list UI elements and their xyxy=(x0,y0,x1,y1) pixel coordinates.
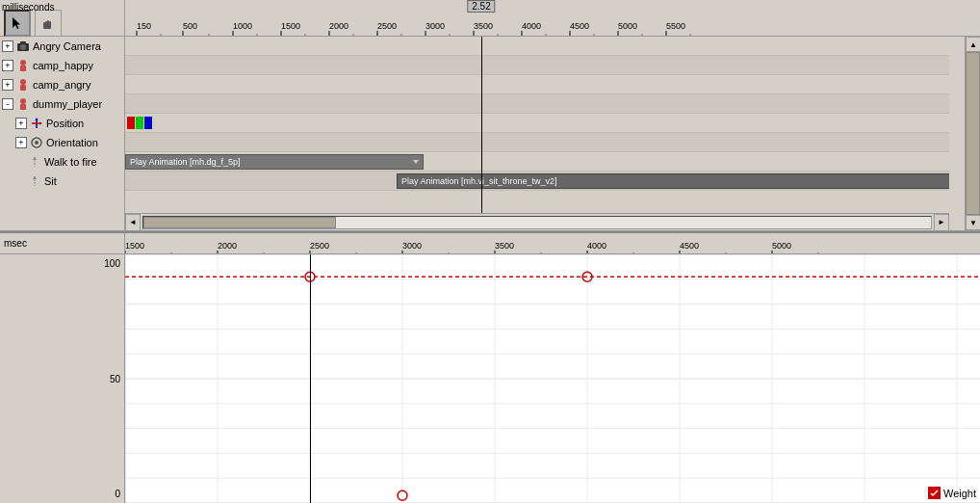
svg-text:3000: 3000 xyxy=(426,21,445,31)
svg-rect-12 xyxy=(20,85,26,91)
sit-animation-label: Play Animation [mh.vi_sit_throne_tw_v2] xyxy=(401,176,557,186)
svg-text:4500: 4500 xyxy=(570,21,589,31)
tree-item-dummy-player[interactable]: - dummy_player xyxy=(0,94,124,114)
walk-animation-label: Play Animation [mh.dg_f_5p] xyxy=(130,157,241,167)
curve-ruler[interactable]: 1500 2000 2500 3000 3500 4000 4500 5000 xyxy=(125,233,980,254)
svg-text:1500: 1500 xyxy=(125,241,144,251)
scrollbar-right-arrow[interactable]: ► xyxy=(934,214,949,231)
sit-label: Sit xyxy=(44,175,57,187)
svg-marker-61 xyxy=(413,160,419,164)
svg-marker-22 xyxy=(33,157,37,160)
svg-marker-17 xyxy=(36,118,39,120)
svg-point-7 xyxy=(20,44,26,50)
svg-text:4000: 4000 xyxy=(522,21,541,31)
svg-text:5000: 5000 xyxy=(772,241,791,251)
svg-rect-2 xyxy=(47,20,49,27)
orientation-label: Orientation xyxy=(46,137,98,148)
svg-point-20 xyxy=(35,141,39,145)
svg-text:2000: 2000 xyxy=(329,21,348,31)
v-scrollbar[interactable]: ▲ ▼ xyxy=(965,37,980,230)
y-label-100: 100 xyxy=(4,258,120,269)
tree-item-position[interactable]: + Position xyxy=(0,114,124,133)
svg-marker-24 xyxy=(33,176,37,179)
tree-item-angry-camera[interactable]: + Angry Camera xyxy=(0,37,124,56)
svg-rect-14 xyxy=(20,104,26,110)
scrollbar-left-arrow[interactable]: ◄ xyxy=(125,214,141,231)
milliseconds-label: milliseconds xyxy=(2,2,54,13)
expand-angry-camera[interactable]: + xyxy=(2,40,13,52)
orientation-icon xyxy=(29,135,44,150)
svg-rect-5 xyxy=(43,26,51,29)
svg-text:5000: 5000 xyxy=(618,21,637,31)
sit-icon xyxy=(27,173,42,189)
walk-to-fire-icon xyxy=(27,154,42,170)
animation-curve xyxy=(125,254,980,503)
scrollbar-thumb[interactable] xyxy=(143,217,336,228)
dummy-player-label: dummy_player xyxy=(33,98,102,110)
svg-text:4500: 4500 xyxy=(680,241,699,251)
curve-panel: 1500 2000 2500 3000 3500 4000 4500 5000 xyxy=(125,233,980,503)
time-indicator: 2.52 xyxy=(467,0,495,13)
tree-item-camp-happy[interactable]: + camp_happy xyxy=(0,56,124,75)
camp-happy-icon xyxy=(15,58,31,73)
svg-text:2500: 2500 xyxy=(377,21,397,31)
y-label-0: 0 xyxy=(4,489,120,499)
v-scrollbar-track[interactable] xyxy=(966,52,980,215)
angry-camera-label: Angry Camera xyxy=(33,40,101,52)
expand-dummy-player[interactable]: - xyxy=(2,98,13,110)
camp-happy-label: camp_happy xyxy=(33,60,93,71)
camera-icon xyxy=(15,39,31,54)
y-label-50: 50 xyxy=(4,374,120,384)
weight-label: Weight xyxy=(943,488,976,499)
position-label: Position xyxy=(46,118,84,129)
timeline-content: Play Animation [mh.dg_f_5p] Play Animati… xyxy=(125,37,965,230)
svg-rect-10 xyxy=(20,66,26,71)
weight-control[interactable]: Weight xyxy=(928,487,976,499)
tree-item-orientation[interactable]: + Orientation xyxy=(0,133,124,152)
svg-rect-8 xyxy=(20,41,26,44)
svg-text:1500: 1500 xyxy=(281,21,300,31)
svg-point-11 xyxy=(20,79,26,85)
h-scrollbar[interactable]: ◄ ► xyxy=(125,213,949,230)
dummy-player-icon xyxy=(15,96,31,112)
svg-marker-0 xyxy=(13,17,20,29)
svg-text:3500: 3500 xyxy=(474,21,493,31)
tree-item-walk-to-fire[interactable]: Walk to fire xyxy=(0,152,124,172)
expand-position[interactable]: + xyxy=(15,118,27,129)
svg-text:2500: 2500 xyxy=(310,241,329,251)
playhead xyxy=(481,37,482,213)
camp-angry-label: camp_angry xyxy=(33,79,91,91)
hand-tool[interactable] xyxy=(35,10,62,37)
walk-to-fire-label: Walk to fire xyxy=(44,156,97,168)
pointer-tool[interactable] xyxy=(4,10,31,37)
scrollbar-down-arrow[interactable]: ▼ xyxy=(966,215,980,230)
curve-playhead xyxy=(310,254,311,503)
expand-camp-happy[interactable]: + xyxy=(2,60,13,71)
v-scrollbar-thumb[interactable] xyxy=(966,52,980,215)
scrollbar-track[interactable] xyxy=(142,216,932,229)
expand-camp-angry[interactable]: + xyxy=(2,79,13,91)
msec-label: msec xyxy=(4,238,27,249)
svg-point-109 xyxy=(398,490,407,500)
expand-orientation[interactable]: + xyxy=(15,137,27,148)
svg-point-13 xyxy=(20,98,26,104)
curve-left-panel: msec 100 50 0 xyxy=(0,233,125,503)
svg-text:150: 150 xyxy=(137,21,151,31)
tree-item-sit[interactable]: Sit xyxy=(0,172,124,191)
weight-checkbox[interactable] xyxy=(928,487,941,499)
svg-text:1000: 1000 xyxy=(233,21,252,31)
curve-header: msec xyxy=(0,233,124,254)
timeline-ruler[interactable]: 2.52 150 500 1000 1500 2000 2500 3000 xyxy=(125,0,980,37)
scene-tree: + Angry Camera + camp_happy + xyxy=(0,37,124,230)
scrollbar-up-arrow[interactable]: ▲ xyxy=(966,37,980,52)
camp-angry-icon xyxy=(15,77,31,93)
svg-text:4000: 4000 xyxy=(587,241,606,251)
y-axis-labels: 100 50 0 xyxy=(0,254,124,503)
svg-point-9 xyxy=(20,60,26,66)
tree-item-camp-angry[interactable]: + camp_angry xyxy=(0,75,124,94)
svg-marker-18 xyxy=(39,122,42,125)
svg-text:3000: 3000 xyxy=(402,241,422,251)
svg-text:3500: 3500 xyxy=(495,241,514,251)
svg-text:2000: 2000 xyxy=(218,241,237,251)
svg-text:500: 500 xyxy=(183,21,197,31)
